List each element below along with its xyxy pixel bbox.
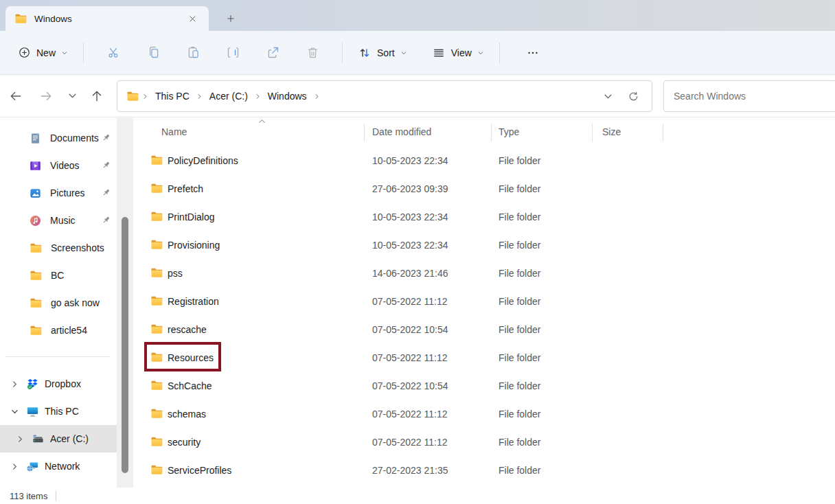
file-row-policydefinitions[interactable]: PolicyDefinitions10-05-2023 22:34File fo… xyxy=(133,146,835,174)
folder-icon xyxy=(29,241,43,255)
file-row-schemas[interactable]: schemas07-05-2022 11:12File folder xyxy=(133,400,835,428)
more-options-button[interactable] xyxy=(519,46,547,60)
toolbar-divider xyxy=(499,43,500,63)
sort-button[interactable]: Sort xyxy=(352,42,413,64)
column-divider[interactable] xyxy=(592,124,593,141)
chevron-right-icon[interactable] xyxy=(8,380,21,388)
close-tab-icon[interactable] xyxy=(184,10,201,27)
sidebar-item-label: Network xyxy=(45,461,80,472)
chevron-right-icon[interactable] xyxy=(14,435,26,443)
column-divider[interactable] xyxy=(364,124,365,141)
folder-icon xyxy=(150,181,163,195)
rename-button[interactable] xyxy=(213,39,253,67)
column-header-type[interactable]: Type xyxy=(499,126,519,137)
sort-button-label: Sort xyxy=(377,47,395,58)
back-button[interactable] xyxy=(4,84,27,108)
sidebar-scrollbar-thumb[interactable] xyxy=(122,217,128,473)
search-box xyxy=(663,80,835,112)
address-bar[interactable]: This PC Acer (C:) Windows xyxy=(117,80,652,112)
paste-button[interactable] xyxy=(173,39,213,67)
file-date-modified: 07-05-2022 11:12 xyxy=(372,296,448,307)
copy-icon xyxy=(146,45,161,60)
file-row-prefetch[interactable]: Prefetch27-06-2023 09:39File folder xyxy=(133,174,835,203)
folder-icon xyxy=(150,238,163,251)
share-button[interactable] xyxy=(253,39,293,67)
sidebar-item-music[interactable]: Music xyxy=(0,207,117,234)
file-row-schcache[interactable]: SchCache07-05-2022 10:54File folder xyxy=(133,371,835,400)
file-row-serviceprofiles[interactable]: ServiceProfiles27-02-2023 21:35File fold… xyxy=(133,456,835,484)
file-row-resources[interactable]: Resources07-05-2022 11:12File folder xyxy=(133,343,835,371)
breadcrumb-windows[interactable]: Windows xyxy=(264,88,311,104)
view-button[interactable]: View xyxy=(426,42,490,64)
file-type: File folder xyxy=(499,211,540,222)
file-type: File folder xyxy=(499,296,540,307)
breadcrumb-chevron-icon xyxy=(311,93,323,100)
breadcrumb-this-pc[interactable]: This PC xyxy=(151,88,194,104)
column-divider[interactable] xyxy=(491,124,492,141)
file-type: File folder xyxy=(499,155,540,166)
sort-ascending-icon xyxy=(258,119,266,124)
file-type: File folder xyxy=(499,409,540,420)
file-row-security[interactable]: security07-05-2022 11:12File folder xyxy=(133,428,835,456)
file-type: File folder xyxy=(499,240,540,251)
sidebar-item-documents[interactable]: Documents xyxy=(0,124,117,152)
sidebar-item-acer-c[interactable]: Acer (C:) xyxy=(0,425,117,453)
file-row-registration[interactable]: Registration07-05-2022 11:12File folder xyxy=(133,287,835,315)
file-name: Registration xyxy=(168,296,219,307)
sidebar-item-go-ask-now[interactable]: go ask now xyxy=(0,289,117,317)
file-row-provisioning[interactable]: Provisioning10-05-2023 22:34File folder xyxy=(133,231,835,259)
file-type: File folder xyxy=(499,465,540,476)
status-divider xyxy=(56,491,56,501)
column-header-name[interactable]: Name xyxy=(161,126,187,137)
folder-icon xyxy=(150,322,163,336)
sidebar-item-label: BC xyxy=(51,270,64,281)
column-divider[interactable] xyxy=(663,124,663,141)
file-date-modified: 07-05-2022 10:54 xyxy=(372,380,448,391)
up-button[interactable] xyxy=(85,84,108,108)
sidebar-item-network[interactable]: Network xyxy=(0,453,117,480)
file-row-printdialog[interactable]: PrintDialog10-05-2023 22:34File folder xyxy=(133,203,835,231)
refresh-icon[interactable] xyxy=(628,91,639,102)
sidebar-item-videos[interactable]: Videos xyxy=(0,152,117,179)
sidebar-item-pictures[interactable]: Pictures xyxy=(0,179,117,207)
sidebar-item-dropbox[interactable]: Dropbox xyxy=(0,370,117,398)
column-header-size[interactable]: Size xyxy=(602,126,621,137)
sidebar-item-label: Videos xyxy=(50,160,80,171)
column-header-row: Name Date modified Type Size xyxy=(133,118,835,146)
annotation-highlight-box xyxy=(144,342,221,371)
folder-icon xyxy=(150,406,163,420)
breadcrumb-acer-c[interactable]: Acer (C:) xyxy=(205,88,252,104)
copy-button[interactable] xyxy=(133,39,173,67)
sidebar-item-label: Screenshots xyxy=(51,242,104,253)
file-row-pss[interactable]: pss14-06-2023 21:46File folder xyxy=(133,259,835,287)
cut-button[interactable] xyxy=(93,39,133,67)
sidebar-item-this-pc[interactable]: This PC xyxy=(0,398,117,425)
forward-button[interactable] xyxy=(34,84,58,108)
file-type: File folder xyxy=(499,352,540,363)
new-button[interactable]: New xyxy=(12,42,73,63)
file-name: pss xyxy=(168,268,183,279)
folder-icon xyxy=(150,153,163,167)
paste-icon xyxy=(186,45,201,60)
content-body: DocumentsVideosPicturesMusicScreenshotsB… xyxy=(0,118,835,488)
sidebar-scrollbar-track[interactable] xyxy=(117,118,133,488)
sidebar-item-screenshots[interactable]: Screenshots xyxy=(0,234,117,262)
sidebar-item-bc[interactable]: BC xyxy=(0,262,117,289)
search-input[interactable] xyxy=(664,81,835,111)
column-header-date-modified[interactable]: Date modified xyxy=(372,126,431,137)
file-type: File folder xyxy=(499,437,540,448)
recent-locations-button[interactable] xyxy=(60,84,84,108)
sidebar-item-label: go ask now xyxy=(51,297,100,308)
sidebar-item-article54[interactable]: article54 xyxy=(0,317,117,344)
delete-button[interactable] xyxy=(293,39,332,67)
file-row-rescache[interactable]: rescache07-05-2022 10:54File folder xyxy=(133,315,835,343)
address-dropdown-icon[interactable] xyxy=(604,92,613,101)
tab-windows[interactable]: Windows xyxy=(5,6,209,31)
new-tab-button[interactable] xyxy=(221,9,240,28)
chevron-right-icon[interactable] xyxy=(8,463,21,470)
folder-icon xyxy=(150,435,163,448)
file-type: File folder xyxy=(499,324,540,335)
folder-icon xyxy=(29,323,43,337)
file-type: File folder xyxy=(499,380,540,391)
chevron-down-icon[interactable] xyxy=(8,408,21,415)
